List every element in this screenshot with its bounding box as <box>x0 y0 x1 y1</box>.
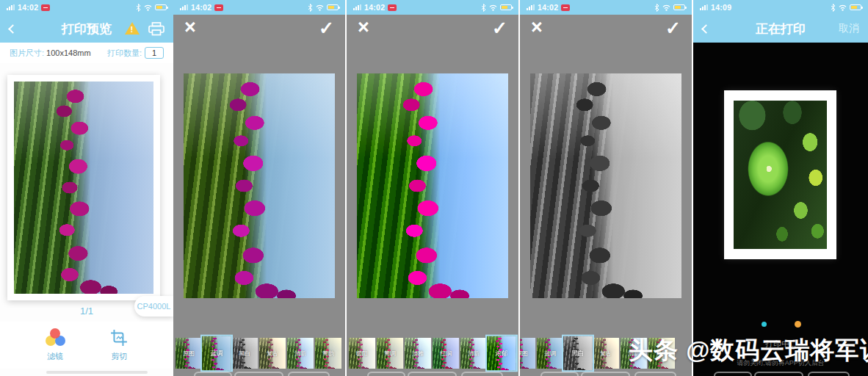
cutoff-button[interactable] <box>461 372 503 376</box>
confirm-icon[interactable]: ✓ <box>319 19 334 37</box>
cutoff-button[interactable] <box>234 372 283 376</box>
status-time: 14:02 <box>18 3 38 12</box>
filter-thumb-3[interactable]: 淡雅 <box>405 338 431 369</box>
crop-button[interactable]: 剪切 <box>110 329 128 362</box>
filter-thumb-2[interactable]: 黄调 <box>377 338 403 369</box>
back-icon[interactable] <box>8 24 18 34</box>
signal-icon <box>527 4 535 10</box>
filter-circles-icon <box>46 328 65 347</box>
confirm-icon[interactable]: ✓ <box>492 19 507 37</box>
battery-icon <box>500 4 512 10</box>
filter-thumb-5[interactable]: 清新 <box>460 338 487 369</box>
filter-thumb-4[interactable]: 红润 <box>433 338 459 369</box>
wifi-icon <box>316 4 324 11</box>
bluetooth-icon <box>308 4 313 12</box>
filter-thumb-3[interactable]: 黑白 <box>563 336 593 370</box>
filter-thumb-photo <box>349 338 375 369</box>
bottom-toolbar: 滤镜 剪切 <box>0 322 173 369</box>
status-left: 14:02 <box>180 3 223 12</box>
printing-photo <box>734 101 827 249</box>
filter-thumb-photo <box>537 338 563 369</box>
filter-thumb-photo <box>520 338 535 369</box>
image-size-value: 100x148mm <box>46 48 91 57</box>
image-size-label: 图片尺寸: <box>10 48 44 59</box>
status-left: 14:02 <box>353 3 397 12</box>
warning-icon[interactable]: ! <box>125 22 140 35</box>
printing-hint-text: 请勿关闭,请勿将APP切入后台 <box>693 358 868 368</box>
print-info-row: 图片尺寸: 100x148mm 打印数量: 1 <box>0 43 173 63</box>
wifi-icon <box>839 4 847 11</box>
close-icon[interactable]: × <box>184 18 196 37</box>
filter-thumb-2[interactable]: 蓝调 <box>537 338 563 369</box>
printer-icon[interactable] <box>148 22 164 36</box>
cutoff-button[interactable] <box>714 372 752 376</box>
app-header: 打印预览 ! <box>0 15 173 43</box>
filter-thumb-6[interactable]: 黄韵 <box>315 338 341 369</box>
filter-thumb-3[interactable]: 黑白 <box>231 338 258 369</box>
filter-thumb-photo <box>460 338 487 369</box>
wifi-icon <box>489 4 497 11</box>
progress-dot <box>795 321 801 328</box>
photo-preview <box>184 73 335 298</box>
filter-thumb-photo <box>176 338 202 369</box>
photo-preview <box>530 73 681 298</box>
filter-thumb-6[interactable]: 黄韵 <box>648 338 675 369</box>
bluetooth-icon <box>136 4 141 12</box>
cutoff-button[interactable] <box>408 372 457 376</box>
filter-thumb-4[interactable]: 复古 <box>593 338 619 369</box>
cutoff-button[interactable] <box>581 372 630 376</box>
cutoff-button[interactable] <box>288 372 330 376</box>
battery-icon <box>327 4 339 10</box>
filter-thumb-6[interactable]: 浓郁 <box>487 336 516 370</box>
cutoff-button[interactable] <box>540 372 579 376</box>
filter-thumb-photo <box>231 338 258 369</box>
filter-thumb-5[interactable]: 清新 <box>287 338 314 369</box>
status-time: 14:02 <box>538 3 558 12</box>
bluetooth-icon <box>831 4 836 12</box>
cutoff-button[interactable] <box>367 372 405 376</box>
screen-printing: 14:09 正在打印 取消 打印中... 请勿关闭,请勿将APP切入后台 <box>693 0 868 376</box>
filter-thumb-1[interactable]: 原图 <box>176 338 202 369</box>
cutoff-button[interactable] <box>754 372 803 376</box>
filter-filmstrip: 原图蓝调黑白复古清新黄韵 <box>520 336 675 371</box>
progress-dot-active <box>762 322 767 327</box>
filter-thumb-4[interactable]: 复古 <box>259 338 286 369</box>
close-icon[interactable]: × <box>358 18 369 37</box>
preview-photo <box>14 82 153 294</box>
mute-badge-icon <box>561 4 570 11</box>
cutoff-button[interactable] <box>194 372 232 376</box>
signal-icon <box>700 4 708 10</box>
signal-icon <box>180 4 188 10</box>
filter-button[interactable]: 滤镜 <box>46 328 65 362</box>
status-time: 14:09 <box>711 3 731 12</box>
filter-thumb-1[interactable]: 暖阳 <box>349 338 375 369</box>
mute-badge-icon <box>41 4 50 11</box>
filter-thumb-photo <box>487 336 516 370</box>
filter-thumb-5[interactable]: 清新 <box>621 338 647 369</box>
filter-filmstrip: 暖阳黄调淡雅红润清新浓郁 <box>349 336 515 371</box>
bluetooth-icon <box>481 4 486 12</box>
cancel-button[interactable]: 取消 <box>839 22 859 35</box>
print-preview-card <box>7 75 160 300</box>
filter-thumb-photo <box>202 336 231 370</box>
printer-model-pill[interactable]: CP4000L <box>134 296 173 317</box>
filter-thumb-photo <box>405 338 431 369</box>
confirm-icon[interactable]: ✓ <box>665 19 681 37</box>
status-right <box>136 4 167 12</box>
status-right <box>481 4 512 12</box>
cutoff-button[interactable] <box>808 372 850 376</box>
print-count-input[interactable]: 1 <box>145 47 164 59</box>
filter-thumb-1[interactable]: 原图 <box>520 338 535 369</box>
cutoff-button[interactable] <box>634 372 676 376</box>
filter-thumb-photo <box>259 338 286 369</box>
signal-icon <box>7 4 15 10</box>
filter-button-label: 滤镜 <box>47 351 63 362</box>
bluetooth-icon <box>654 4 659 12</box>
filter-thumb-photo <box>621 338 647 369</box>
filter-thumb-2[interactable]: 蓝调 <box>202 336 231 370</box>
back-icon[interactable] <box>701 24 711 34</box>
photo-preview <box>357 73 508 298</box>
printing-photo-frame <box>724 90 836 259</box>
close-icon[interactable]: × <box>531 18 543 37</box>
printing-status-text: 打印中... <box>693 339 868 350</box>
